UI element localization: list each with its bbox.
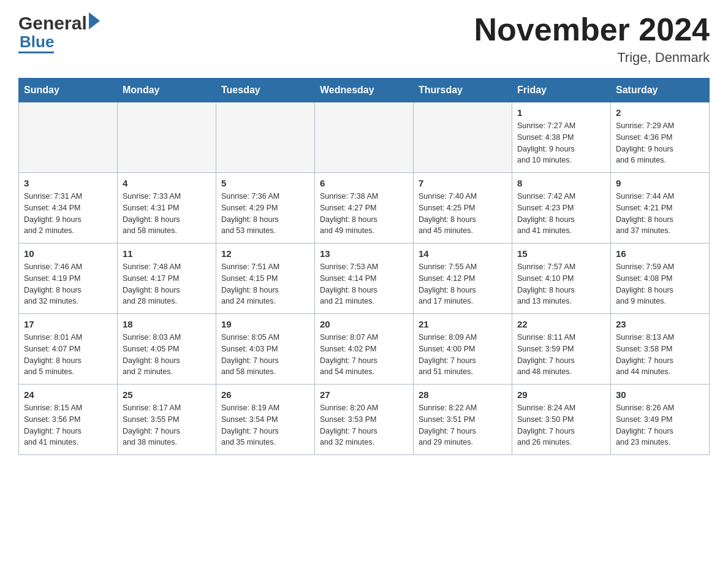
- day-cell: 2Sunrise: 7:29 AM Sunset: 4:36 PM Daylig…: [611, 102, 710, 173]
- week-row-2: 3Sunrise: 7:31 AM Sunset: 4:34 PM Daylig…: [19, 173, 710, 243]
- logo-blue-text: Blue: [18, 33, 54, 53]
- day-cell: 6Sunrise: 7:38 AM Sunset: 4:27 PM Daylig…: [315, 173, 414, 243]
- day-cell: [315, 102, 414, 173]
- day-info: Sunrise: 7:55 AM Sunset: 4:12 PM Dayligh…: [419, 261, 507, 307]
- day-cell: 13Sunrise: 7:53 AM Sunset: 4:14 PM Dayli…: [315, 243, 414, 314]
- weekday-header-thursday: Thursday: [414, 79, 512, 102]
- day-cell: 16Sunrise: 7:59 AM Sunset: 4:08 PM Dayli…: [611, 243, 710, 314]
- weekday-header-wednesday: Wednesday: [315, 79, 414, 102]
- day-info: Sunrise: 8:26 AM Sunset: 3:49 PM Dayligh…: [616, 402, 704, 448]
- day-cell: 21Sunrise: 8:09 AM Sunset: 4:00 PM Dayli…: [414, 314, 512, 385]
- day-number: 25: [123, 389, 211, 400]
- week-row-3: 10Sunrise: 7:46 AM Sunset: 4:19 PM Dayli…: [19, 243, 710, 314]
- header: General Blue November 2024 Trige, Denmar…: [18, 12, 710, 66]
- day-number: 2: [616, 107, 704, 118]
- day-cell: 22Sunrise: 8:11 AM Sunset: 3:59 PM Dayli…: [512, 314, 611, 385]
- day-number: 27: [320, 389, 408, 400]
- day-cell: 1Sunrise: 7:27 AM Sunset: 4:38 PM Daylig…: [512, 102, 611, 173]
- day-info: Sunrise: 7:40 AM Sunset: 4:25 PM Dayligh…: [419, 191, 507, 237]
- day-info: Sunrise: 8:24 AM Sunset: 3:50 PM Dayligh…: [517, 402, 605, 448]
- day-cell: 19Sunrise: 8:05 AM Sunset: 4:03 PM Dayli…: [216, 314, 315, 385]
- day-number: 29: [517, 389, 605, 400]
- day-info: Sunrise: 7:59 AM Sunset: 4:08 PM Dayligh…: [616, 261, 704, 307]
- day-cell: 25Sunrise: 8:17 AM Sunset: 3:55 PM Dayli…: [118, 385, 216, 455]
- day-cell: 14Sunrise: 7:55 AM Sunset: 4:12 PM Dayli…: [414, 243, 512, 314]
- week-row-1: 1Sunrise: 7:27 AM Sunset: 4:38 PM Daylig…: [19, 102, 710, 173]
- day-number: 18: [123, 319, 211, 329]
- day-number: 26: [221, 389, 309, 400]
- day-number: 7: [419, 178, 507, 188]
- day-number: 10: [24, 248, 112, 259]
- day-cell: 24Sunrise: 8:15 AM Sunset: 3:56 PM Dayli…: [19, 385, 118, 455]
- month-title: November 2024: [474, 12, 710, 47]
- day-number: 13: [320, 248, 408, 259]
- day-info: Sunrise: 7:53 AM Sunset: 4:14 PM Dayligh…: [320, 261, 408, 307]
- logo-arrow-icon: [89, 12, 100, 29]
- day-number: 6: [320, 178, 408, 188]
- day-info: Sunrise: 8:15 AM Sunset: 3:56 PM Dayligh…: [24, 402, 112, 448]
- day-cell: 12Sunrise: 7:51 AM Sunset: 4:15 PM Dayli…: [216, 243, 315, 314]
- logo: General Blue: [18, 12, 100, 53]
- weekday-header-row: SundayMondayTuesdayWednesdayThursdayFrid…: [19, 79, 710, 102]
- day-number: 22: [517, 319, 605, 329]
- day-info: Sunrise: 8:09 AM Sunset: 4:00 PM Dayligh…: [419, 332, 507, 378]
- week-row-4: 17Sunrise: 8:01 AM Sunset: 4:07 PM Dayli…: [19, 314, 710, 385]
- day-cell: 28Sunrise: 8:22 AM Sunset: 3:51 PM Dayli…: [414, 385, 512, 455]
- weekday-header-friday: Friday: [512, 79, 611, 102]
- day-cell: 10Sunrise: 7:46 AM Sunset: 4:19 PM Dayli…: [19, 243, 118, 314]
- logo-general-text: General: [18, 13, 87, 34]
- day-number: 19: [221, 319, 309, 329]
- day-number: 24: [24, 389, 112, 400]
- weekday-header-tuesday: Tuesday: [216, 79, 315, 102]
- day-info: Sunrise: 7:46 AM Sunset: 4:19 PM Dayligh…: [24, 261, 112, 307]
- day-number: 11: [123, 248, 211, 259]
- day-cell: 5Sunrise: 7:36 AM Sunset: 4:29 PM Daylig…: [216, 173, 315, 243]
- day-info: Sunrise: 8:05 AM Sunset: 4:03 PM Dayligh…: [221, 332, 309, 378]
- day-info: Sunrise: 7:42 AM Sunset: 4:23 PM Dayligh…: [517, 191, 605, 237]
- day-number: 17: [24, 319, 112, 329]
- day-info: Sunrise: 7:44 AM Sunset: 4:21 PM Dayligh…: [616, 191, 704, 237]
- day-number: 3: [24, 178, 112, 188]
- day-info: Sunrise: 8:13 AM Sunset: 3:58 PM Dayligh…: [616, 332, 704, 378]
- day-number: 28: [419, 389, 507, 400]
- day-info: Sunrise: 8:11 AM Sunset: 3:59 PM Dayligh…: [517, 332, 605, 378]
- day-number: 9: [616, 178, 704, 188]
- day-info: Sunrise: 7:33 AM Sunset: 4:31 PM Dayligh…: [123, 191, 211, 237]
- day-info: Sunrise: 7:48 AM Sunset: 4:17 PM Dayligh…: [123, 261, 211, 307]
- day-number: 15: [517, 248, 605, 259]
- day-cell: 4Sunrise: 7:33 AM Sunset: 4:31 PM Daylig…: [118, 173, 216, 243]
- day-cell: 30Sunrise: 8:26 AM Sunset: 3:49 PM Dayli…: [611, 385, 710, 455]
- day-cell: [118, 102, 216, 173]
- day-info: Sunrise: 8:17 AM Sunset: 3:55 PM Dayligh…: [123, 402, 211, 448]
- title-area: November 2024 Trige, Denmark: [474, 12, 710, 66]
- day-info: Sunrise: 8:07 AM Sunset: 4:02 PM Dayligh…: [320, 332, 408, 378]
- day-number: 14: [419, 248, 507, 259]
- day-info: Sunrise: 8:01 AM Sunset: 4:07 PM Dayligh…: [24, 332, 112, 378]
- day-number: 4: [123, 178, 211, 188]
- day-cell: 7Sunrise: 7:40 AM Sunset: 4:25 PM Daylig…: [414, 173, 512, 243]
- day-cell: [19, 102, 118, 173]
- day-number: 30: [616, 389, 704, 400]
- day-number: 12: [221, 248, 309, 259]
- day-info: Sunrise: 7:27 AM Sunset: 4:38 PM Dayligh…: [517, 120, 605, 166]
- day-cell: [414, 102, 512, 173]
- weekday-header-sunday: Sunday: [19, 79, 118, 102]
- day-number: 16: [616, 248, 704, 259]
- day-cell: 8Sunrise: 7:42 AM Sunset: 4:23 PM Daylig…: [512, 173, 611, 243]
- day-cell: 26Sunrise: 8:19 AM Sunset: 3:54 PM Dayli…: [216, 385, 315, 455]
- day-info: Sunrise: 7:51 AM Sunset: 4:15 PM Dayligh…: [221, 261, 309, 307]
- day-number: 5: [221, 178, 309, 188]
- day-cell: 23Sunrise: 8:13 AM Sunset: 3:58 PM Dayli…: [611, 314, 710, 385]
- day-info: Sunrise: 8:22 AM Sunset: 3:51 PM Dayligh…: [419, 402, 507, 448]
- location: Trige, Denmark: [474, 50, 710, 66]
- day-number: 1: [517, 107, 605, 118]
- day-info: Sunrise: 7:36 AM Sunset: 4:29 PM Dayligh…: [221, 191, 309, 237]
- calendar-table: SundayMondayTuesdayWednesdayThursdayFrid…: [18, 78, 710, 455]
- week-row-5: 24Sunrise: 8:15 AM Sunset: 3:56 PM Dayli…: [19, 385, 710, 455]
- weekday-header-saturday: Saturday: [611, 79, 710, 102]
- day-cell: 18Sunrise: 8:03 AM Sunset: 4:05 PM Dayli…: [118, 314, 216, 385]
- day-info: Sunrise: 8:20 AM Sunset: 3:53 PM Dayligh…: [320, 402, 408, 448]
- day-cell: 3Sunrise: 7:31 AM Sunset: 4:34 PM Daylig…: [19, 173, 118, 243]
- weekday-header-monday: Monday: [118, 79, 216, 102]
- day-cell: [216, 102, 315, 173]
